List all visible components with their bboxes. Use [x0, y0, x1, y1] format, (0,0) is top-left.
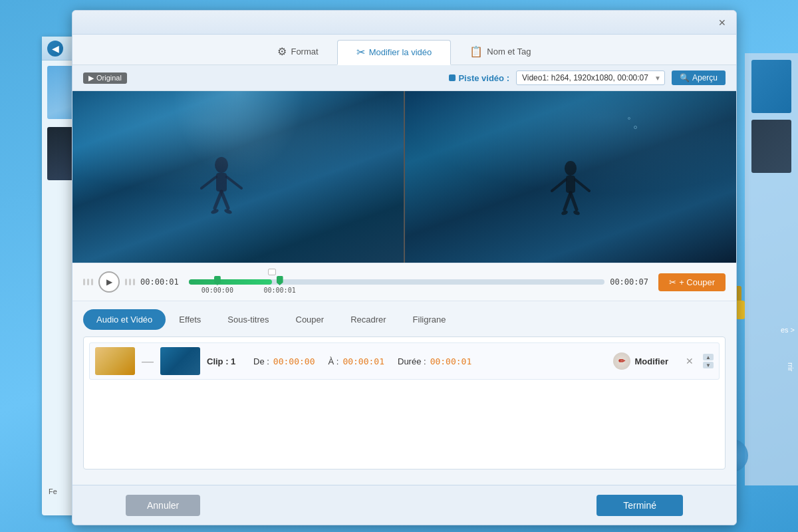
end-time-display: 00:00:07 [610, 277, 653, 287]
timeline-marker-start[interactable]: 00:00:00 [201, 276, 233, 294]
clip-arrow-separator: — [142, 354, 154, 368]
main-dialog-window: ✕ ⚙ Format ✂ Modifier la vidéo 📋 Nom et … [72, 10, 737, 525]
edit-tab-couper[interactable]: Couper [283, 309, 338, 330]
bubble-1 [634, 126, 637, 129]
clip-duration-label: Durée : [398, 356, 426, 366]
svg-line-3 [221, 192, 228, 208]
video-preview-area [72, 91, 736, 263]
clip-thumb-underwater-img [160, 347, 200, 375]
clip-to: À : 00:00:01 [328, 356, 384, 366]
bottom-bar: Annuler Terminé [72, 485, 736, 525]
nom-tag-icon: 📋 [469, 45, 483, 58]
svg-rect-9 [566, 176, 575, 193]
tab-nom-tag[interactable]: 📋 Nom et Tag [451, 40, 549, 65]
video-track-select[interactable]: Video1: h264, 1920x1080, 00:00:07 [516, 70, 665, 85]
cut-button[interactable]: ✂ + Couper [658, 273, 726, 291]
edit-tab-recadrer[interactable]: Recadrer [337, 309, 399, 330]
svg-point-8 [565, 161, 577, 176]
modify-button-label: Modifier [634, 356, 668, 366]
tab-modify-video-label: Modifier la vidéo [369, 47, 432, 57]
play-indicator: ▶ [88, 74, 94, 82]
timeline-scrubber[interactable] [268, 269, 276, 275]
original-badge: ▶ Original [83, 72, 127, 84]
playback-dots-right [125, 279, 135, 285]
edit-tab-sous-titres[interactable]: Sous-titres [214, 309, 282, 330]
edit-tab-effets-label: Effets [179, 315, 201, 325]
right-panel-item-1 [751, 60, 791, 113]
tab-format-label: Format [291, 47, 318, 57]
cut-button-label: + Couper [679, 277, 715, 287]
light-rays-left [172, 91, 304, 177]
edit-tab-couper-label: Couper [296, 315, 325, 325]
content-area: ▶ Original Piste vidéo : Video1: h264, 1… [72, 65, 736, 469]
timeline-container[interactable]: 00:00:00 00:00:01 [189, 269, 604, 295]
cancel-button-label: Annuler [147, 500, 179, 511]
diver-right [544, 156, 597, 225]
done-button-label: Terminé [623, 500, 656, 511]
play-icon: ▶ [106, 277, 112, 287]
playback-bar: ▶ 00:00:01 00:00:00 [72, 263, 736, 301]
clip-label: Clip : 1 [207, 356, 240, 366]
edit-tab-filigrane-label: Filigrane [413, 315, 446, 325]
app-logo: ◀ [47, 41, 63, 57]
marker-start-flag [214, 276, 221, 285]
right-panel [745, 53, 798, 485]
video-underwater-right [405, 91, 736, 263]
done-button[interactable]: Terminé [597, 495, 683, 516]
clip-from: De : 00:00:00 [253, 356, 315, 366]
clip-list-area: — Clip : 1 De : 00:00:00 À : 00:00:01 [83, 336, 726, 469]
dot-1 [83, 279, 85, 285]
playback-dots-left [83, 279, 93, 285]
piste-label: Piste vidéo : [449, 73, 509, 83]
svg-line-11 [571, 193, 577, 209]
clip-thumb-start [95, 347, 135, 375]
dot-3 [91, 279, 93, 285]
edit-tab-filigrane[interactable]: Filigrane [400, 309, 460, 330]
tab-format[interactable]: ⚙ Format [259, 40, 336, 65]
clip-to-label: À : [328, 356, 338, 366]
tab-nom-tag-label: Nom et Tag [487, 47, 531, 57]
clip-info: Clip : 1 De : 00:00:00 À : 00:00:01 Duré… [207, 356, 598, 366]
original-label: Original [96, 74, 122, 82]
close-button[interactable]: ✕ [716, 17, 728, 29]
dot-2 [87, 279, 89, 285]
tab-bar: ⚙ Format ✂ Modifier la vidéo 📋 Nom et Ta… [72, 35, 736, 65]
right-label2: es > [781, 326, 795, 334]
format-icon: ⚙ [277, 45, 287, 58]
right-panel-item-2 [751, 120, 791, 173]
clip-to-value: 00:00:01 [342, 356, 384, 366]
apercu-button[interactable]: 🔍 Aperçu [672, 70, 726, 85]
dot-4 [125, 279, 127, 285]
right-label: rrir [787, 362, 795, 371]
svg-line-2 [215, 192, 221, 208]
svg-line-10 [565, 193, 571, 209]
behind-label: Fe [49, 487, 57, 495]
modify-icon: ✏ [613, 352, 630, 370]
clip-close-button[interactable]: ✕ [683, 353, 696, 369]
clip-duration: Durée : 00:00:01 [398, 356, 471, 366]
clip-arrow-up[interactable]: ▲ [703, 354, 714, 360]
cancel-button[interactable]: Annuler [126, 495, 200, 516]
title-bar: ✕ [72, 11, 736, 35]
clip-thumb-end [160, 347, 200, 375]
edit-tab-audio-video[interactable]: Audio et Vidéo [83, 309, 166, 330]
tab-modify-video[interactable]: ✂ Modifier la vidéo [337, 40, 452, 65]
marker-end-flag [277, 276, 283, 285]
marker-start-time: 00:00:00 [201, 287, 233, 294]
edit-tab-sous-titres-label: Sous-titres [227, 315, 269, 325]
timeline-marker-end[interactable]: 00:00:01 [264, 276, 296, 294]
timeline-track[interactable] [189, 279, 604, 285]
apercu-search-icon: 🔍 [680, 73, 690, 82]
video-underwater-left [72, 91, 404, 263]
svg-line-5 [227, 177, 241, 188]
edit-tabs: Audio et Vidéo Effets Sous-titres Couper… [72, 301, 736, 330]
play-button[interactable]: ▶ [98, 271, 120, 293]
clip-arrow-down[interactable]: ▼ [703, 362, 714, 368]
dot-6 [133, 279, 135, 285]
bubble-2 [628, 117, 630, 120]
clip-from-value: 00:00:00 [273, 356, 315, 366]
modify-video-icon: ✂ [356, 46, 365, 59]
edit-tab-effets[interactable]: Effets [166, 309, 214, 330]
modify-button[interactable]: ✏ Modifier [605, 350, 676, 372]
scissors-icon: ✂ [669, 277, 676, 287]
